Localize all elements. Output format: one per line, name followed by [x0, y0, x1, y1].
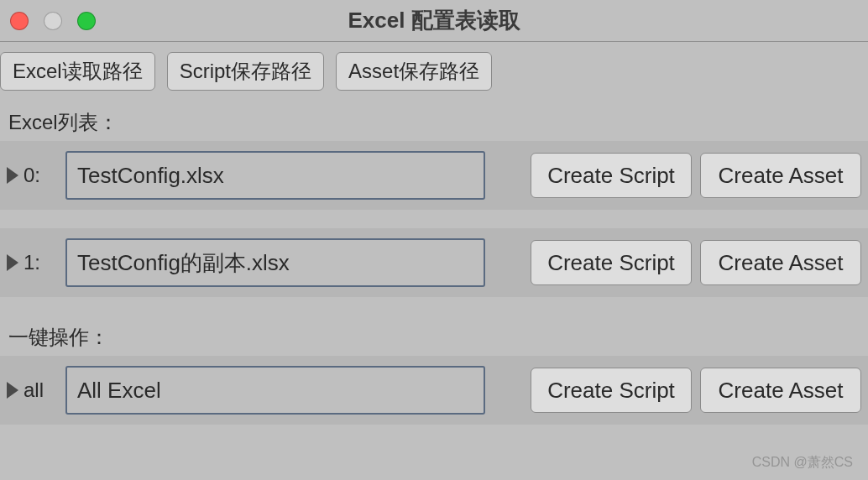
row-index: 0:	[24, 164, 40, 187]
create-asset-button[interactable]: Create Asset	[700, 153, 861, 198]
create-asset-button[interactable]: Create Asset	[700, 240, 861, 285]
close-icon[interactable]	[10, 12, 29, 30]
triangle-right-icon	[7, 382, 18, 399]
excel-path-button[interactable]: Excel读取路径	[0, 52, 155, 91]
window-controls	[10, 12, 96, 30]
toolbar: Excel读取路径 Script保存路径 Asset保存路径	[0, 42, 868, 101]
row-expander[interactable]: all	[7, 378, 57, 402]
filename-input[interactable]	[65, 151, 485, 200]
create-script-button[interactable]: Create Script	[531, 240, 692, 285]
titlebar: Excel 配置表读取	[0, 0, 868, 42]
triangle-right-icon	[7, 254, 18, 271]
list-row: 0: Create Script Create Asset	[0, 141, 868, 210]
create-script-button[interactable]: Create Script	[531, 153, 692, 198]
excel-list-label: Excel列表：	[0, 101, 868, 141]
asset-path-button[interactable]: Asset保存路径	[336, 52, 492, 91]
minimize-icon[interactable]	[44, 12, 62, 30]
window-title: Excel 配置表读取	[0, 6, 868, 35]
row-expander[interactable]: 0:	[7, 164, 57, 187]
script-path-button[interactable]: Script保存路径	[167, 52, 324, 91]
triangle-right-icon	[7, 167, 18, 184]
create-script-button[interactable]: Create Script	[531, 368, 692, 413]
filename-input[interactable]	[65, 238, 485, 287]
list-row: 1: Create Script Create Asset	[0, 228, 868, 297]
watermark: CSDN @萧然CS	[752, 454, 853, 472]
row-index: 1:	[24, 251, 40, 274]
row-index: all	[24, 378, 44, 402]
filename-input[interactable]	[65, 366, 485, 415]
batch-row: all Create Script Create Asset	[0, 356, 868, 425]
create-asset-button[interactable]: Create Asset	[700, 368, 861, 413]
batch-label: 一键操作：	[0, 316, 868, 356]
maximize-icon[interactable]	[77, 12, 96, 30]
row-expander[interactable]: 1:	[7, 251, 57, 274]
